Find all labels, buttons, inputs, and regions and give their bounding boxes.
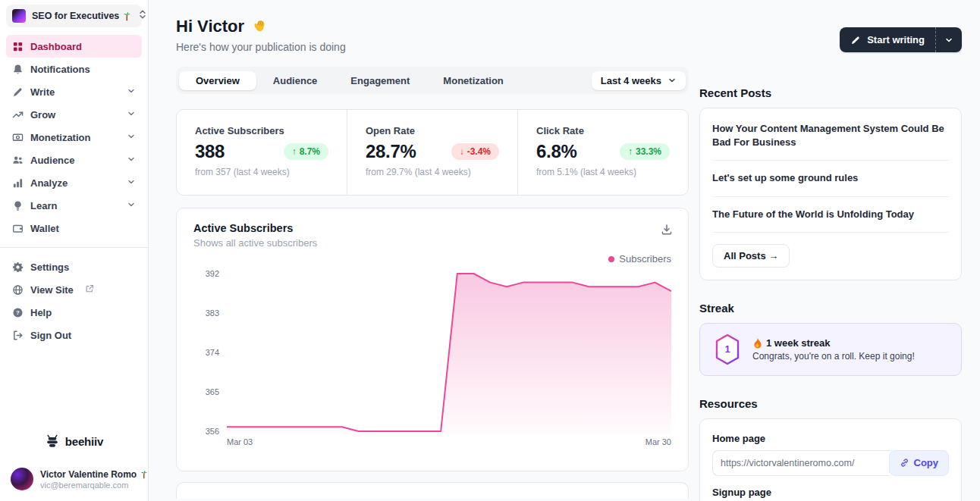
resource-label: Home page: [712, 433, 949, 444]
brand-name: beehiiv: [65, 435, 103, 448]
post-link[interactable]: Let's set up some ground rules: [712, 161, 949, 196]
trend-up-icon: [12, 109, 24, 121]
tab-overview[interactable]: Overview: [179, 71, 256, 90]
sidebar-item-learn[interactable]: Learn: [6, 194, 142, 217]
arrow-down-icon: ↓: [460, 146, 464, 157]
sidebar-item-label: Learn: [30, 200, 57, 211]
sidebar-item-label: View Site: [30, 284, 74, 296]
date-range-select[interactable]: Last 4 weeks: [592, 71, 686, 90]
stat-label: Active Subscribers: [195, 125, 328, 136]
stat-change-badge: ↓-3.4%: [451, 143, 499, 160]
stat-comparison: from 357 (last 4 weeks): [195, 167, 328, 177]
workspace-selector[interactable]: SEO for Executives: [6, 5, 142, 27]
wallet-icon: [12, 223, 24, 234]
bell-icon: [12, 64, 24, 75]
sidebar-item-label: Monetization: [30, 132, 90, 143]
stat-value: 388: [195, 141, 225, 162]
sidebar-item-sign-out[interactable]: Sign Out: [6, 324, 142, 346]
arrow-up-icon: ↑: [292, 146, 297, 157]
stat-click-rate: Click Rate 6.8% ↑33.3% from 5.1% (last 4…: [517, 110, 688, 195]
x-axis-end: Mar 30: [645, 437, 671, 446]
user-email: vic@beremarqable.com: [40, 481, 149, 490]
start-writing-caret[interactable]: [935, 27, 962, 52]
y-axis-tick: 383: [206, 308, 219, 318]
chevron-down-icon: [127, 200, 136, 211]
flame-icon: [752, 337, 762, 349]
chevron-down-icon: [127, 177, 136, 189]
sidebar-item-grow[interactable]: Grow: [6, 103, 142, 126]
sidebar-nav: Dashboard Notifications Write Grow Monet…: [6, 35, 142, 240]
sidebar-item-write[interactable]: Write: [6, 80, 142, 103]
sidebar-item-notifications[interactable]: Notifications: [6, 58, 142, 80]
stat-open-rate: Open Rate 28.7% ↓-3.4% from 29.7% (last …: [347, 110, 517, 195]
stat-change-badge: ↑33.3%: [620, 143, 670, 160]
next-section-card-partial: [176, 482, 689, 499]
bar-chart-icon: [12, 177, 24, 189]
start-writing-label: Start writing: [867, 34, 925, 45]
workspace-name: SEO for Executives: [32, 11, 132, 21]
stats-card: Active Subscribers 388 ↑8.7% from 357 (l…: [176, 109, 689, 196]
streak-title: Streak: [699, 302, 962, 315]
y-axis-tick: 374: [206, 348, 219, 357]
sidebar-item-help[interactable]: ? Help: [6, 301, 142, 324]
stat-label: Click Rate: [536, 125, 670, 136]
home-page-url-input[interactable]: [712, 450, 890, 476]
recent-posts-title: Recent Posts: [699, 86, 962, 99]
stat-label: Open Rate: [366, 125, 499, 136]
recent-posts-card: How Your Content Management System Could…: [699, 108, 962, 280]
beehiiv-logo: beehiiv: [6, 434, 142, 448]
sidebar-item-settings[interactable]: Settings: [6, 255, 142, 278]
users-icon: [12, 155, 24, 166]
sidebar-secondary-nav: Settings View Site ? Help Sign Out: [6, 255, 142, 346]
date-range-value: Last 4 weeks: [601, 75, 661, 86]
sidebar-item-analyze[interactable]: Analyze: [6, 171, 142, 194]
post-link[interactable]: The Future of the World is Unfolding Tod…: [712, 197, 949, 233]
chevron-down-icon: [127, 132, 136, 143]
tab-engagement[interactable]: Engagement: [334, 71, 426, 90]
resource-label: Signup page: [712, 487, 949, 498]
sidebar-item-label: Help: [30, 307, 52, 318]
post-link[interactable]: How Your Content Management System Could…: [712, 111, 949, 161]
streak-badge: 1: [712, 333, 743, 366]
pencil-icon: [12, 86, 24, 98]
sidebar-item-label: Dashboard: [30, 41, 82, 52]
waving-hand-icon: [250, 17, 269, 36]
sidebar-item-label: Notifications: [30, 64, 90, 75]
dashboard-column: Overview Audience Engagement Monetizatio…: [176, 67, 689, 501]
download-icon[interactable]: [661, 224, 673, 239]
tab-audience[interactable]: Audience: [256, 71, 335, 90]
sidebar-item-audience[interactable]: Audience: [6, 149, 142, 171]
beehiiv-bee-icon: [45, 434, 60, 448]
all-posts-button[interactable]: All Posts →: [712, 244, 790, 268]
legend-label: Subscribers: [619, 253, 671, 265]
y-axis-tick: 392: [206, 269, 219, 278]
x-axis-start: Mar 03: [227, 437, 253, 446]
start-writing-button[interactable]: Start writing: [840, 27, 962, 52]
sidebar-item-label: Wallet: [30, 223, 59, 234]
resources-card: Home page Copy Signup page Copy: [699, 418, 962, 501]
external-link-icon: [85, 284, 94, 296]
sidebar-item-label: Audience: [30, 155, 75, 166]
user-name: Victor Valentine Romo: [40, 469, 149, 480]
palm-tree-icon: [122, 11, 132, 21]
sidebar-item-label: Sign Out: [30, 330, 71, 341]
stat-comparison: from 29.7% (last 4 weeks): [366, 167, 499, 177]
chart-legend: Subscribers: [193, 253, 671, 265]
sidebar-item-wallet[interactable]: Wallet: [6, 217, 142, 240]
stat-change-badge: ↑8.7%: [284, 143, 328, 160]
pencil-icon: [850, 35, 861, 45]
sidebar-item-label: Grow: [30, 109, 55, 121]
chart-title: Active Subscribers: [193, 222, 671, 234]
tab-monetization[interactable]: Monetization: [426, 71, 520, 90]
sidebar-item-dashboard[interactable]: Dashboard: [6, 35, 142, 58]
sidebar-item-label: Analyze: [30, 177, 68, 189]
sidebar-item-monetization[interactable]: Monetization: [6, 126, 142, 149]
sidebar-item-view-site[interactable]: View Site: [6, 278, 142, 301]
workspace-avatar: [12, 9, 26, 23]
chevron-down-icon: [944, 36, 953, 45]
copy-home-url-button[interactable]: Copy: [889, 450, 950, 476]
user-menu[interactable]: Victor Valentine Romo vic@beremarqable.c…: [6, 468, 142, 490]
streak-count: 1: [724, 343, 730, 355]
palm-tree-icon: [140, 470, 149, 479]
streak-card: 1 1 week streak Congrats, you're on a ro…: [699, 323, 962, 376]
